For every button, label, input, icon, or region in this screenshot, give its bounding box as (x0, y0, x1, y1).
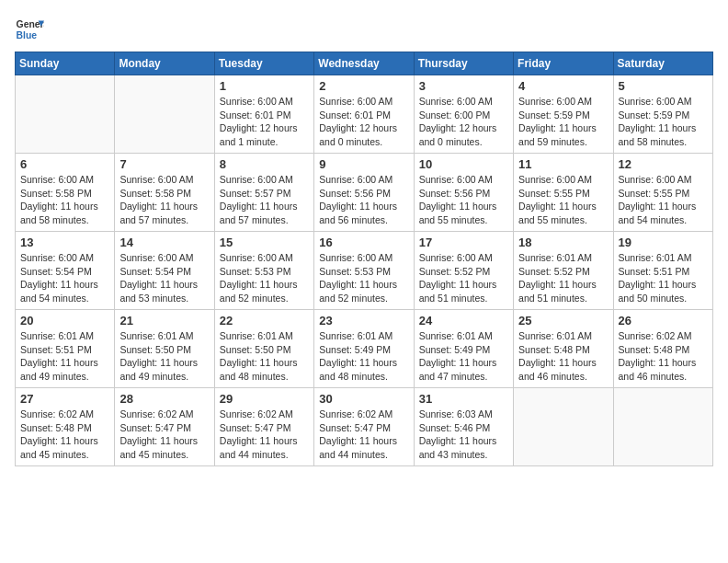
day-number: 31 (419, 392, 508, 406)
calendar-cell: 20Sunrise: 6:01 AM Sunset: 5:51 PM Dayli… (16, 310, 115, 388)
day-number: 29 (220, 392, 309, 406)
calendar-cell: 17Sunrise: 6:00 AM Sunset: 5:52 PM Dayli… (414, 232, 513, 310)
calendar-week: 1Sunrise: 6:00 AM Sunset: 6:01 PM Daylig… (16, 75, 713, 154)
day-info: Sunrise: 6:02 AM Sunset: 5:48 PM Dayligh… (619, 329, 708, 384)
calendar-cell: 21Sunrise: 6:01 AM Sunset: 5:50 PM Dayli… (115, 310, 214, 388)
day-info: Sunrise: 6:00 AM Sunset: 5:58 PM Dayligh… (119, 173, 209, 227)
day-number: 3 (419, 79, 508, 93)
calendar-cell: 30Sunrise: 6:02 AM Sunset: 5:47 PM Dayli… (314, 388, 414, 466)
calendar-cell: 4Sunrise: 6:00 AM Sunset: 5:59 PM Daylig… (514, 75, 613, 154)
calendar-cell: 3Sunrise: 6:00 AM Sunset: 6:00 PM Daylig… (414, 75, 513, 154)
calendar-cell: 6Sunrise: 6:00 AM Sunset: 5:58 PM Daylig… (16, 154, 115, 232)
calendar-cell (16, 75, 115, 154)
day-number: 19 (619, 236, 708, 249)
day-number: 17 (419, 236, 508, 249)
calendar-cell: 23Sunrise: 6:01 AM Sunset: 5:49 PM Dayli… (314, 310, 414, 388)
day-number: 2 (319, 79, 408, 93)
day-number: 14 (119, 236, 209, 249)
calendar-cell: 13Sunrise: 6:00 AM Sunset: 5:54 PM Dayli… (16, 232, 115, 310)
calendar-cell: 19Sunrise: 6:01 AM Sunset: 5:51 PM Dayli… (613, 232, 712, 310)
day-info: Sunrise: 6:00 AM Sunset: 5:59 PM Dayligh… (518, 95, 608, 149)
day-number: 23 (319, 314, 408, 327)
day-info: Sunrise: 6:02 AM Sunset: 5:47 PM Dayligh… (319, 408, 408, 462)
day-info: Sunrise: 6:01 AM Sunset: 5:48 PM Dayligh… (518, 329, 608, 384)
day-info: Sunrise: 6:01 AM Sunset: 5:52 PM Dayligh… (518, 251, 608, 305)
day-info: Sunrise: 6:02 AM Sunset: 5:47 PM Dayligh… (119, 408, 209, 462)
calendar-cell: 9Sunrise: 6:00 AM Sunset: 5:56 PM Daylig… (314, 154, 414, 232)
calendar-cell: 12Sunrise: 6:00 AM Sunset: 5:55 PM Dayli… (613, 154, 712, 232)
weekday-header: Thursday (414, 52, 513, 75)
calendar-cell: 14Sunrise: 6:00 AM Sunset: 5:54 PM Dayli… (115, 232, 214, 310)
day-info: Sunrise: 6:00 AM Sunset: 6:01 PM Dayligh… (319, 95, 408, 149)
day-number: 20 (20, 314, 109, 327)
svg-text:Blue: Blue (17, 30, 38, 40)
day-info: Sunrise: 6:00 AM Sunset: 5:58 PM Dayligh… (20, 173, 109, 227)
calendar-cell: 27Sunrise: 6:02 AM Sunset: 5:48 PM Dayli… (16, 388, 115, 466)
day-info: Sunrise: 6:01 AM Sunset: 5:51 PM Dayligh… (619, 251, 708, 305)
calendar-cell: 24Sunrise: 6:01 AM Sunset: 5:49 PM Dayli… (414, 310, 513, 388)
day-info: Sunrise: 6:00 AM Sunset: 5:56 PM Dayligh… (319, 173, 408, 227)
calendar-cell: 29Sunrise: 6:02 AM Sunset: 5:47 PM Dayli… (214, 388, 313, 466)
day-number: 7 (119, 157, 209, 171)
calendar-cell: 5Sunrise: 6:00 AM Sunset: 5:59 PM Daylig… (613, 75, 712, 154)
logo-icon: General Blue (15, 15, 44, 44)
day-info: Sunrise: 6:00 AM Sunset: 5:56 PM Dayligh… (419, 173, 508, 227)
weekday-header: Monday (115, 52, 214, 75)
calendar-cell: 18Sunrise: 6:01 AM Sunset: 5:52 PM Dayli… (514, 232, 613, 310)
day-info: Sunrise: 6:00 AM Sunset: 5:55 PM Dayligh… (518, 173, 608, 227)
day-info: Sunrise: 6:00 AM Sunset: 5:53 PM Dayligh… (220, 251, 309, 305)
day-number: 26 (619, 314, 708, 327)
day-info: Sunrise: 6:00 AM Sunset: 6:01 PM Dayligh… (220, 95, 309, 149)
calendar-cell: 15Sunrise: 6:00 AM Sunset: 5:53 PM Dayli… (214, 232, 313, 310)
day-info: Sunrise: 6:01 AM Sunset: 5:50 PM Dayligh… (119, 329, 209, 384)
calendar-cell: 25Sunrise: 6:01 AM Sunset: 5:48 PM Dayli… (514, 310, 613, 388)
day-number: 21 (119, 314, 209, 327)
calendar-cell (613, 388, 712, 466)
day-number: 16 (319, 236, 408, 249)
weekday-header: Saturday (613, 52, 712, 75)
day-number: 4 (518, 79, 608, 93)
day-number: 18 (518, 236, 608, 249)
day-number: 8 (220, 157, 309, 171)
calendar: SundayMondayTuesdayWednesdayThursdayFrid… (15, 52, 713, 466)
day-info: Sunrise: 6:00 AM Sunset: 5:52 PM Dayligh… (419, 251, 508, 305)
day-number: 10 (419, 157, 508, 171)
calendar-cell: 10Sunrise: 6:00 AM Sunset: 5:56 PM Dayli… (414, 154, 513, 232)
calendar-cell: 16Sunrise: 6:00 AM Sunset: 5:53 PM Dayli… (314, 232, 414, 310)
calendar-cell: 31Sunrise: 6:03 AM Sunset: 5:46 PM Dayli… (414, 388, 513, 466)
weekday-header: Tuesday (214, 52, 313, 75)
day-number: 6 (20, 157, 109, 171)
calendar-cell: 1Sunrise: 6:00 AM Sunset: 6:01 PM Daylig… (214, 75, 313, 154)
day-info: Sunrise: 6:02 AM Sunset: 5:47 PM Dayligh… (220, 408, 309, 462)
calendar-cell: 8Sunrise: 6:00 AM Sunset: 5:57 PM Daylig… (214, 154, 313, 232)
day-info: Sunrise: 6:01 AM Sunset: 5:51 PM Dayligh… (20, 329, 109, 384)
weekday-header: Friday (514, 52, 613, 75)
day-info: Sunrise: 6:01 AM Sunset: 5:49 PM Dayligh… (319, 329, 408, 384)
logo: General Blue (15, 15, 44, 44)
day-info: Sunrise: 6:03 AM Sunset: 5:46 PM Dayligh… (419, 408, 508, 462)
day-number: 22 (220, 314, 309, 327)
day-info: Sunrise: 6:00 AM Sunset: 5:55 PM Dayligh… (619, 173, 708, 227)
day-info: Sunrise: 6:00 AM Sunset: 5:53 PM Dayligh… (319, 251, 408, 305)
day-number: 24 (419, 314, 508, 327)
calendar-cell: 11Sunrise: 6:00 AM Sunset: 5:55 PM Dayli… (514, 154, 613, 232)
weekday-header: Sunday (16, 52, 115, 75)
day-info: Sunrise: 6:01 AM Sunset: 5:50 PM Dayligh… (220, 329, 309, 384)
day-number: 28 (119, 392, 209, 406)
day-info: Sunrise: 6:02 AM Sunset: 5:48 PM Dayligh… (20, 408, 109, 462)
calendar-cell: 26Sunrise: 6:02 AM Sunset: 5:48 PM Dayli… (613, 310, 712, 388)
day-number: 1 (220, 79, 309, 93)
calendar-cell: 7Sunrise: 6:00 AM Sunset: 5:58 PM Daylig… (115, 154, 214, 232)
day-number: 11 (518, 157, 608, 171)
day-number: 15 (220, 236, 309, 249)
calendar-header: SundayMondayTuesdayWednesdayThursdayFrid… (16, 52, 713, 75)
day-info: Sunrise: 6:01 AM Sunset: 5:49 PM Dayligh… (419, 329, 508, 384)
day-number: 25 (518, 314, 608, 327)
day-info: Sunrise: 6:00 AM Sunset: 5:59 PM Dayligh… (619, 95, 708, 149)
calendar-cell: 28Sunrise: 6:02 AM Sunset: 5:47 PM Dayli… (115, 388, 214, 466)
calendar-cell (514, 388, 613, 466)
calendar-cell (115, 75, 214, 154)
day-number: 27 (20, 392, 109, 406)
day-info: Sunrise: 6:00 AM Sunset: 5:54 PM Dayligh… (20, 251, 109, 305)
day-info: Sunrise: 6:00 AM Sunset: 6:00 PM Dayligh… (419, 95, 508, 149)
